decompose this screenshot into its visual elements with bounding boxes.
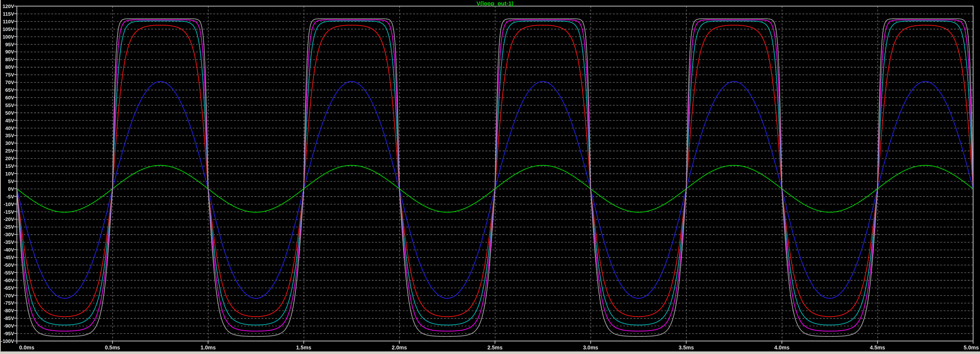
y-axis-tick-label: 95V xyxy=(0,41,14,47)
y-axis-tick-label: 40V xyxy=(0,125,14,131)
y-axis-tick-label: 50V xyxy=(0,110,14,115)
y-axis-tick-label: 100V xyxy=(0,34,14,39)
y-axis-tick-label: 30V xyxy=(0,140,14,146)
y-axis-tick-label: -100V xyxy=(0,338,14,344)
y-axis-tick-label: -95V xyxy=(0,331,14,336)
y-axis-tick-label: 85V xyxy=(0,57,14,62)
y-axis-tick-label: 65V xyxy=(0,87,14,93)
y-axis-tick-label: 55V xyxy=(0,102,14,108)
x-axis-tick-label: 3.0ms xyxy=(583,344,598,351)
y-axis-tick-label: 80V xyxy=(0,64,14,70)
y-axis-tick-label: 110V xyxy=(0,18,14,24)
x-axis-tick-label: 0.0ms xyxy=(19,344,34,351)
y-axis-tick-label: 45V xyxy=(0,117,14,123)
y-axis-tick-label: -5V xyxy=(0,193,14,199)
y-axis-tick-label: -70V xyxy=(0,292,14,298)
y-axis-tick-label: 70V xyxy=(0,80,14,85)
y-axis-tick-label: 15V xyxy=(0,163,14,169)
y-axis-tick-label: 90V xyxy=(0,49,14,55)
window-edge-bottom xyxy=(0,351,980,354)
window-edge-left xyxy=(0,0,1,354)
x-axis-tick-label: 4.0ms xyxy=(774,344,790,351)
y-axis-tick-label: 20V xyxy=(0,156,14,161)
y-axis-tick-label: 5V xyxy=(0,178,14,184)
x-axis-tick-label: 2.5ms xyxy=(487,344,503,351)
trace-name-label[interactable]: V(loop_out-1) xyxy=(477,0,514,6)
x-axis-tick-label: 1.5ms xyxy=(296,344,312,351)
y-axis-tick-label: -80V xyxy=(0,308,14,313)
y-axis-tick-label: -30V xyxy=(0,232,14,237)
y-axis-tick-label: -65V xyxy=(0,285,14,291)
waveform-plot-area[interactable] xyxy=(0,0,980,354)
y-axis-tick-label: 115V xyxy=(0,11,14,16)
y-axis-tick-label: -60V xyxy=(0,277,14,283)
y-axis-tick-label: 10V xyxy=(0,171,14,177)
y-axis-tick-label: -90V xyxy=(0,323,14,329)
y-axis-tick-label: -10V xyxy=(0,201,14,207)
y-axis-tick-label: 0V xyxy=(0,186,14,192)
y-axis-tick-label: 25V xyxy=(0,148,14,154)
y-axis-tick-label: -45V xyxy=(0,255,14,260)
y-axis-tick-label: 105V xyxy=(0,26,14,32)
y-axis-tick-label: -55V xyxy=(0,270,14,275)
y-axis-tick-label: -35V xyxy=(0,239,14,245)
y-axis-tick-label: -50V xyxy=(0,262,14,268)
y-axis-tick-label: -40V xyxy=(0,247,14,253)
y-axis-tick-label: 60V xyxy=(0,94,14,100)
x-axis-tick-label: 0.5ms xyxy=(105,344,120,351)
y-axis-tick-label: 120V xyxy=(0,3,14,9)
x-axis-tick-label: 3.5ms xyxy=(679,344,694,351)
x-axis-tick-label: 2.0ms xyxy=(392,344,407,351)
x-axis-tick-label: 4.5ms xyxy=(870,344,885,351)
y-axis-tick-label: -15V xyxy=(0,209,14,214)
y-axis-tick-label: 35V xyxy=(0,133,14,138)
y-axis-tick-label: -25V xyxy=(0,224,14,230)
waveform-viewer-pane: V(loop_out-1) 120V115V110V105V100V95V90V… xyxy=(0,0,980,354)
y-axis-tick-label: -20V xyxy=(0,216,14,222)
y-axis-tick-label: -85V xyxy=(0,315,14,321)
y-axis-tick-label: 75V xyxy=(0,72,14,78)
y-axis-tick-label: -75V xyxy=(0,300,14,306)
x-axis-tick-label: 1.0ms xyxy=(201,344,216,351)
x-axis-tick-label: 5.0ms xyxy=(964,344,979,351)
